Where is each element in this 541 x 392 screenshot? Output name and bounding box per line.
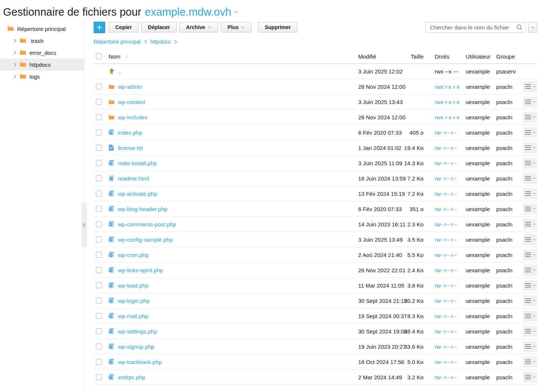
domain-selector-chevron-down-icon[interactable]: [234, 4, 238, 16]
row-checkbox[interactable]: [96, 344, 102, 349]
sidebar-collapse-handle[interactable]: [81, 202, 87, 248]
rights-link[interactable]: rw- r-- r--: [435, 145, 457, 151]
row-checkbox[interactable]: [96, 252, 102, 258]
rights-link[interactable]: rw- r-- r--: [435, 129, 457, 136]
file-name-link[interactable]: wp-cron.php: [118, 252, 149, 258]
row-checkbox[interactable]: [96, 328, 102, 334]
row-menu-button[interactable]: [523, 204, 537, 214]
rights-link[interactable]: rw- r-- r--: [435, 175, 457, 182]
select-all-checkbox[interactable]: [96, 53, 102, 59]
file-name-link[interactable]: wp-activate.php: [118, 191, 157, 197]
row-menu-button[interactable]: [523, 280, 537, 291]
row-checkbox[interactable]: [96, 282, 102, 288]
rights-link[interactable]: rw- r-- r--: [435, 252, 457, 258]
file-name-link[interactable]: readme.html: [118, 175, 149, 182]
row-checkbox[interactable]: [96, 129, 102, 135]
rights-link[interactable]: rwx r-x r-x: [435, 114, 460, 120]
row-menu-button[interactable]: [523, 357, 537, 367]
deplacer-button[interactable]: Déplacer: [141, 22, 176, 32]
column-header-group[interactable]: Groupe: [496, 53, 523, 60]
row-checkbox[interactable]: [96, 191, 102, 197]
rights-link[interactable]: rwx r-x r-x: [435, 99, 460, 105]
rights-link[interactable]: rw- r-- r--: [435, 298, 457, 304]
column-header-modified[interactable]: Modifié: [351, 53, 403, 60]
rights-link[interactable]: rw- r-- r--: [435, 359, 457, 365]
file-name-link[interactable]: wp-comments-post.php: [118, 221, 176, 228]
rights-link[interactable]: rw- r-- r--: [435, 282, 457, 289]
file-name-link[interactable]: wp-links-opml.php: [118, 267, 163, 273]
sidebar-item-logs[interactable]: logs: [0, 70, 84, 82]
rights-link[interactable]: rw- r-- r--: [435, 160, 457, 166]
row-menu-button[interactable]: [523, 188, 537, 199]
row-checkbox[interactable]: [96, 359, 102, 365]
file-name-link[interactable]: wp-includes: [118, 114, 147, 120]
column-header-name[interactable]: Nom: [109, 53, 121, 60]
row-checkbox[interactable]: [96, 267, 102, 273]
search-icon[interactable]: [516, 24, 523, 32]
column-header-rights[interactable]: Droits: [423, 53, 466, 60]
rights-link[interactable]: rw- r-- r--: [435, 267, 457, 273]
file-name-link[interactable]: wp-login.php: [118, 298, 150, 304]
row-menu-button[interactable]: [523, 326, 537, 337]
row-menu-button[interactable]: [523, 158, 537, 169]
row-menu-button[interactable]: [523, 97, 537, 107]
rights-link[interactable]: rw- r-- r--: [435, 344, 457, 350]
row-checkbox[interactable]: [96, 99, 102, 105]
row-menu-button[interactable]: [523, 295, 537, 306]
row-menu-button[interactable]: [523, 142, 537, 153]
file-name-link[interactable]: wp-settings.php: [118, 328, 157, 335]
search-options-button[interactable]: [528, 22, 537, 33]
domain-link[interactable]: example.mdw.ovh: [145, 6, 231, 18]
row-menu-button[interactable]: [523, 234, 537, 245]
supprimer-button[interactable]: Supprimer: [258, 22, 297, 32]
sidebar-item-trash[interactable]: .trash: [0, 35, 84, 47]
row-menu-button[interactable]: [523, 127, 537, 138]
column-header-size[interactable]: Taille: [403, 53, 423, 60]
file-name-link[interactable]: ..: [118, 68, 121, 75]
rights-link[interactable]: rw- r-- r--: [435, 191, 457, 197]
sidebar-item-httpdocs[interactable]: httpdocs: [0, 59, 84, 70]
row-menu-button[interactable]: [523, 265, 537, 276]
rights-link[interactable]: rw- r-- r--: [435, 374, 457, 380]
row-menu-button[interactable]: [523, 250, 537, 260]
file-name-link[interactable]: wp-trackback.php: [118, 359, 162, 365]
archive-button[interactable]: Archive: [179, 22, 218, 32]
plus-button[interactable]: Plus: [221, 22, 252, 32]
file-name-link[interactable]: wp-load.php: [118, 282, 148, 289]
row-checkbox[interactable]: [96, 175, 102, 181]
row-menu-button[interactable]: [523, 112, 537, 123]
copier-button[interactable]: Copier: [109, 22, 138, 32]
row-checkbox[interactable]: [96, 145, 102, 151]
file-name-link[interactable]: license.txt: [118, 145, 143, 151]
file-name-link[interactable]: wp-mail.php: [118, 313, 148, 319]
file-name-link[interactable]: wp-blog-header.php: [118, 206, 168, 212]
add-button[interactable]: [94, 22, 105, 33]
row-menu-button[interactable]: [523, 219, 537, 230]
row-checkbox[interactable]: [96, 313, 102, 319]
row-checkbox[interactable]: [96, 114, 102, 120]
file-name-link[interactable]: index.php: [118, 129, 142, 136]
file-name-link[interactable]: wp-signup.php: [118, 344, 154, 350]
sidebar-item-error-docs[interactable]: error_docs: [0, 47, 84, 59]
row-menu-button[interactable]: [523, 311, 537, 322]
row-checkbox[interactable]: [96, 206, 102, 212]
breadcrumb-link[interactable]: Répertoire principal: [94, 39, 141, 45]
search-input[interactable]: [426, 22, 526, 33]
file-name-link[interactable]: wp-config-sample.php: [118, 236, 173, 243]
row-checkbox[interactable]: [96, 374, 102, 380]
row-checkbox[interactable]: [96, 221, 102, 227]
breadcrumb-link[interactable]: httpdocs: [150, 39, 171, 45]
row-checkbox[interactable]: [96, 236, 102, 242]
rights-link[interactable]: rw- r-- r--: [435, 328, 457, 335]
file-name-link[interactable]: mdw-install.php: [118, 160, 157, 166]
row-menu-button[interactable]: [523, 341, 537, 352]
row-checkbox[interactable]: [96, 160, 102, 166]
file-name-link[interactable]: wp-content: [118, 99, 145, 105]
row-menu-button[interactable]: [523, 372, 537, 383]
file-name-link[interactable]: xmlrpc.php: [118, 374, 145, 380]
rights-link[interactable]: rw- r-- r--: [435, 313, 457, 319]
row-menu-button[interactable]: [523, 81, 537, 92]
rights-link[interactable]: rw- r-- r--: [435, 206, 457, 212]
sidebar-item-root[interactable]: Répertoire principal: [0, 23, 84, 35]
file-name-link[interactable]: wp-admin: [118, 84, 142, 90]
